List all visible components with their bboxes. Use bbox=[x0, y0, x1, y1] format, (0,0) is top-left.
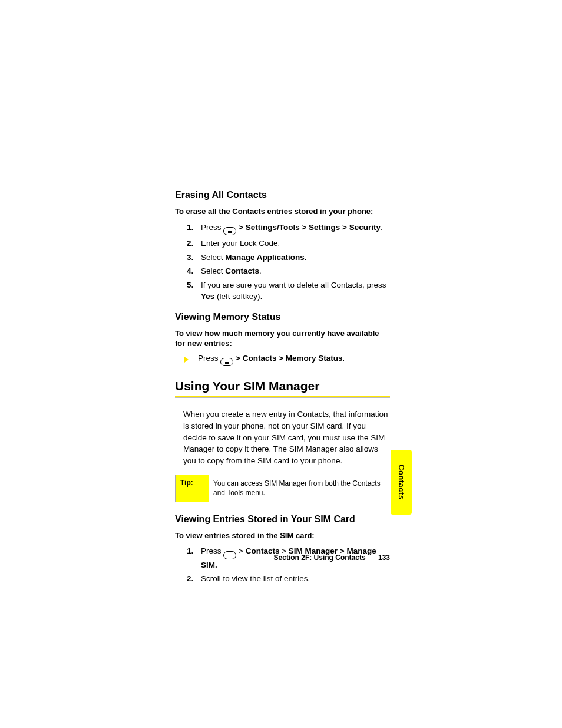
step-item: If you are sure you want to delete all C… bbox=[201, 279, 390, 302]
side-tab-label: Contacts bbox=[397, 465, 406, 500]
footer-section: Section 2F: Using Contacts bbox=[274, 554, 366, 562]
heading-erasing-contacts: Erasing All Contacts bbox=[175, 190, 390, 200]
tip-label: Tip: bbox=[176, 475, 209, 501]
intro-memory: To view how much memory you currently ha… bbox=[175, 328, 390, 349]
bullet-memory: Press > Contacts > Memory Status. bbox=[184, 354, 390, 367]
body-paragraph: When you create a new entry in Contacts,… bbox=[183, 409, 390, 466]
step-item: Scroll to view the list of entries. bbox=[201, 573, 390, 585]
steps-sim: Press > Contacts > SIM Manager > Manage … bbox=[175, 545, 390, 585]
heading-memory-status: Viewing Memory Status bbox=[175, 312, 390, 322]
step-item: Press > Settings/Tools > Settings > Secu… bbox=[201, 222, 390, 236]
tip-box: Tip: You can access SIM Manager from bot… bbox=[175, 475, 391, 502]
heading-sim-manager: Using Your SIM Manager bbox=[175, 379, 390, 394]
side-tab-contacts: Contacts bbox=[391, 450, 412, 515]
step-item: Select Contacts. bbox=[201, 265, 390, 277]
tip-text: You can access SIM Manager from both the… bbox=[209, 475, 391, 501]
step-item: Enter your Lock Code. bbox=[201, 238, 390, 249]
triangle-bullet-icon bbox=[184, 357, 189, 363]
page-footer: Section 2F: Using Contacts 133 bbox=[175, 554, 390, 562]
page-content: Erasing All Contacts To erase all the Co… bbox=[175, 190, 390, 594]
intro-erase: To erase all the Contacts entries stored… bbox=[175, 206, 390, 217]
step-item: Select Manage Applications. bbox=[201, 252, 390, 263]
menu-key-icon bbox=[223, 227, 236, 235]
heading-rule bbox=[175, 396, 390, 398]
menu-key-icon bbox=[220, 358, 233, 366]
footer-page-number: 133 bbox=[378, 554, 390, 562]
heading-sim-entries: Viewing Entries Stored in Your SIM Card bbox=[175, 514, 390, 525]
intro-sim-entries: To view entries stored in the SIM card: bbox=[175, 531, 390, 541]
steps-erase: Press > Settings/Tools > Settings > Secu… bbox=[175, 222, 390, 302]
